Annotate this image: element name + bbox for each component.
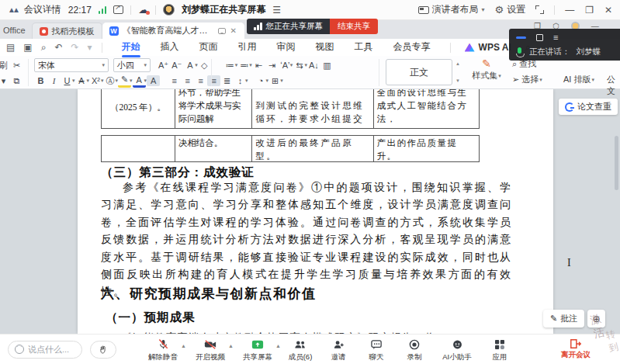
align-right-icon[interactable]: ≡	[194, 75, 207, 86]
select-button[interactable]: ➢选择▾	[512, 74, 542, 85]
document-page[interactable]: （2025 年）。 环节，帮助学生将学术成果与实际问题解 到测试的完整设计思维循…	[78, 89, 553, 334]
redo-icon[interactable]: ↷	[71, 42, 78, 53]
copy-icon[interactable]: ⧉	[10, 75, 23, 87]
table-cell[interactable]: 环节，帮助学生将学术成果与实际问题解	[175, 89, 253, 128]
annotate-button[interactable]: ✎ 批注	[543, 310, 584, 328]
table-cell[interactable]: 改进后的最终产品原型。	[252, 136, 373, 161]
distribute-icon[interactable]: ≣	[220, 75, 234, 87]
doc-heading-six[interactable]: 六、研究预期成果与创新点和价值	[101, 285, 317, 303]
tab-document[interactable]: W 《智能教育高端人才产教融合… ✕	[102, 23, 244, 39]
increase-indent-icon[interactable]: ⇥	[265, 60, 279, 71]
record-button[interactable]: 录制	[399, 337, 430, 362]
document-area[interactable]: （2025 年）。 环节，帮助学生将学术成果与实际问题解 到测试的完整设计思维循…	[0, 89, 620, 334]
table-cell[interactable]: 到测试的完整设计思维循环，并要求小组提交	[252, 89, 373, 128]
menu-insert[interactable]: 插入	[151, 39, 189, 57]
chat-button[interactable]: 聊天	[361, 337, 392, 362]
ai-layout-button[interactable]: AI 排版▾	[563, 74, 594, 85]
tab-docer-templates[interactable]: 找稻壳模板	[32, 23, 102, 39]
doc-paragraph[interactable]: 参考《在线课程学习满意度问卷》①中的题项设计，围绕知识掌握、学习满足、学习意向、…	[101, 179, 512, 301]
more-menu-icon[interactable]: ☰	[272, 5, 281, 16]
format-painter-button[interactable]: 刷	[0, 59, 10, 72]
annotate-pen-icon: ✎	[550, 314, 557, 324]
table-row[interactable]: 决相结合。 改进后的最终产品原型。 产出的作品质量提升。	[101, 135, 480, 162]
gongwen-button[interactable]: 公文	[607, 74, 620, 97]
menu-reference[interactable]: 引用	[228, 39, 267, 57]
clear-format-icon[interactable]: ◇	[198, 60, 211, 71]
share-screen-button[interactable]: ▲ 共享屏幕	[237, 337, 278, 362]
invite-button[interactable]: 邀请	[323, 337, 354, 362]
speaker-layout-button[interactable]: 演讲者布局 ▾	[418, 3, 485, 16]
vertical-scrollbar[interactable]	[615, 136, 618, 190]
align-justify-icon[interactable]: ≡	[207, 75, 220, 86]
leave-meeting-button[interactable]: 离开会议	[561, 338, 591, 360]
apps-button[interactable]: 应用	[484, 337, 515, 362]
menu-page[interactable]: 页面	[189, 39, 228, 57]
doc-heading-part3[interactable]: （三）第三部分：成效验证	[101, 165, 255, 181]
decrease-indent-icon[interactable]: ⇤	[252, 60, 265, 71]
paper-check-button[interactable]: 论文查重	[559, 99, 618, 115]
italic-button[interactable]: I	[47, 75, 61, 86]
members-button[interactable]: 成员(6)	[285, 337, 316, 362]
bold-button[interactable]: B	[34, 75, 47, 86]
style-preview-normal[interactable]: 正文	[386, 59, 452, 85]
grow-font-icon[interactable]: A⁺	[157, 60, 170, 71]
wps-ai-button[interactable]: WPS AI	[465, 42, 511, 53]
font-name-select[interactable]: 宋体▾	[34, 58, 109, 72]
mic-options-caret[interactable]: ▲	[181, 343, 186, 348]
undo-icon[interactable]: ↶	[54, 42, 62, 53]
meeting-details-button[interactable]: 会议详情	[24, 3, 61, 16]
meeting-mini-panel[interactable]: ≡ 正在讲话： 刘梦蝶	[509, 29, 620, 61]
shrink-font-icon[interactable]: A⁻	[170, 60, 183, 71]
speaking-name: 刘梦蝶	[577, 47, 601, 57]
speaking-label: 正在讲话：	[529, 47, 570, 57]
table-cell[interactable]: （2025 年）。	[102, 89, 175, 128]
say-something-input[interactable]	[28, 345, 78, 354]
panel-minimize-icon[interactable]	[516, 36, 526, 39]
panel-restore-icon[interactable]	[536, 34, 543, 41]
font-size-select[interactable]: 小四▾	[113, 58, 151, 72]
quick-chat-pill[interactable]	[8, 341, 82, 359]
table-cell[interactable]: 产出的作品质量提升。	[374, 136, 479, 161]
menu-view[interactable]: 视图	[306, 39, 345, 57]
table-row[interactable]: （2025 年）。 环节，帮助学生将学术成果与实际问题解 到测试的完整设计思维循…	[101, 89, 480, 129]
char-border-button[interactable]: A	[147, 75, 160, 86]
stop-sharing-button[interactable]: 结束共享	[330, 19, 378, 34]
quickbar-more-icon[interactable]: ▾	[88, 42, 92, 53]
video-options-caret[interactable]: ▲	[228, 343, 234, 348]
settings-button[interactable]: ⚙ 设置	[495, 3, 526, 16]
panel-menu-icon[interactable]: ≡	[553, 34, 558, 41]
close-button[interactable]: ✕	[604, 5, 612, 16]
share-options-caret[interactable]: ▲	[275, 343, 281, 348]
align-left-icon[interactable]: ≡	[168, 75, 181, 86]
start-video-button[interactable]: ▲ 开启视频	[190, 337, 230, 362]
minimize-button[interactable]: —	[565, 5, 574, 16]
close-tab-icon[interactable]: ✕	[230, 26, 237, 35]
menu-home[interactable]: 开始	[112, 39, 151, 57]
fullscreen-icon[interactable]	[535, 5, 544, 14]
maximize-button[interactable]: ❐	[585, 5, 594, 16]
print-preview-icon[interactable]: ⌕	[41, 42, 47, 53]
style-set-button[interactable]: ✎ 样式集▾	[466, 57, 507, 81]
table-cell[interactable]: 决相结合。	[175, 136, 253, 161]
table-cell[interactable]	[102, 136, 175, 161]
popout-window-icon[interactable]	[113, 5, 123, 14]
ai-assistant-button[interactable]: AI小助手	[437, 337, 477, 362]
style-gallery-spinner[interactable]: ▲▼	[454, 59, 462, 85]
print-icon[interactable]: ▣	[23, 42, 32, 53]
align-center-icon[interactable]: ≡	[181, 75, 194, 86]
doc-heading-expected[interactable]: （一）预期成果	[106, 310, 196, 326]
menu-tools[interactable]: 工具	[345, 39, 383, 57]
cut-icon[interactable]: ✂	[10, 60, 23, 71]
docs-cloud-icon[interactable]: ☁	[138, 4, 148, 16]
table-cell[interactable]: 全面的设计思维与生成式人工智能结合方法，	[374, 89, 479, 128]
columns-icon[interactable]: ▥	[320, 60, 334, 71]
paste-caret-icon[interactable]: ▾	[0, 75, 10, 87]
sort-icon[interactable]: A↓	[307, 60, 320, 71]
menu-review[interactable]: 审阅	[267, 39, 306, 57]
raise-hand-button[interactable]	[90, 341, 116, 359]
save-icon[interactable]: ▤	[6, 42, 15, 53]
magnifier-button[interactable]: ⊕	[587, 310, 605, 328]
comment-bubble-icon[interactable]	[218, 28, 226, 34]
unmute-button[interactable]: ▲ 解除静音	[143, 337, 183, 362]
menu-member[interactable]: 会员专享	[383, 39, 441, 57]
